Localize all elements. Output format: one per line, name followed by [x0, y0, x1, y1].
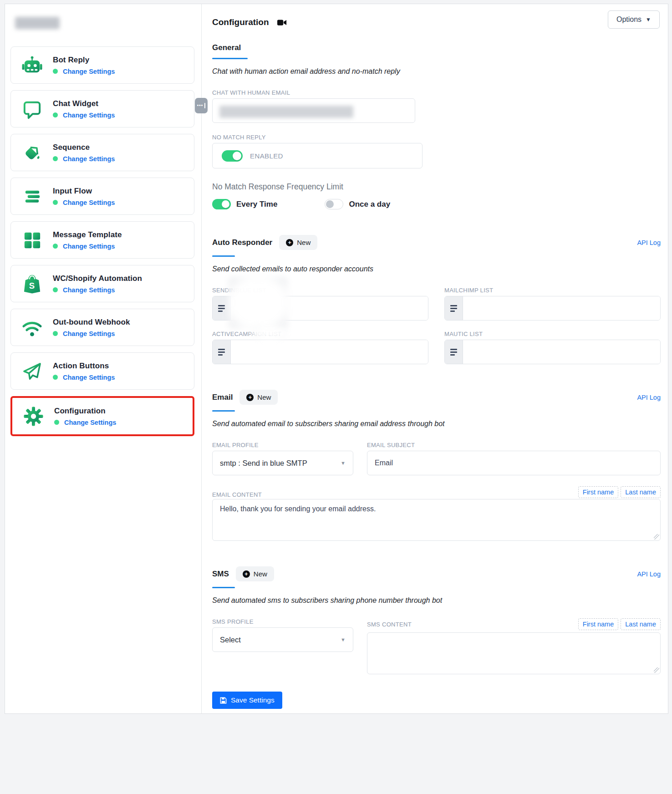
video-camera-icon[interactable] — [277, 19, 287, 26]
email-new-button[interactable]: + New — [239, 390, 278, 405]
app-window: Bot Reply Change Settings Chat Widget Ch… — [5, 4, 668, 714]
frequency-limit-title: No Match Response Frequency Limit — [212, 182, 661, 192]
general-description: Chat with human action email address and… — [212, 67, 661, 76]
once-a-day-toggle[interactable] — [325, 199, 343, 209]
sidebar-item-sequence[interactable]: Sequence Change Settings — [10, 134, 194, 171]
sidebar-item-wc-shopify-automation[interactable]: S WC/Shopify Automation Change Settings — [10, 265, 194, 302]
last-name-merge-tag[interactable]: Last name — [621, 618, 661, 630]
no-match-reply-toggle[interactable] — [222, 150, 243, 162]
activecampaign-list-field: ACTIVECAMPAIGN LIST — [212, 331, 428, 364]
sidebar-item-configuration[interactable]: Configuration Change Settings — [10, 396, 194, 436]
sms-content-textarea[interactable] — [367, 632, 661, 674]
first-name-merge-tag[interactable]: First name — [578, 486, 619, 498]
auto-responder-new-button[interactable]: + New — [279, 235, 317, 250]
email-content-textarea[interactable]: Hello, thank you for sending your email … — [212, 499, 661, 541]
sidebar-item-message-template[interactable]: Message Template Change Settings — [10, 221, 194, 259]
email-profile-select[interactable]: smtp : Send in blue SMTP ▼ — [212, 451, 353, 475]
enabled-label: ENABLED — [250, 152, 283, 160]
once-a-day-label: Once a day — [349, 200, 390, 209]
sendinblue-list-label: SENDINBLUE LIST — [212, 287, 428, 294]
new-button-label: New — [257, 393, 271, 401]
change-settings-link[interactable]: Change Settings — [63, 330, 115, 337]
sms-profile-select[interactable]: Select ▼ — [212, 627, 353, 652]
chat-with-human-email-label: CHAT WITH HUMAN EMAIL — [212, 89, 415, 96]
new-button-label: New — [297, 239, 311, 246]
sidebar-collapse-handle[interactable]: ••• — [195, 98, 208, 113]
change-settings-link[interactable]: Change Settings — [64, 419, 116, 426]
change-settings-link[interactable]: Change Settings — [63, 286, 115, 294]
section-underline — [212, 587, 235, 588]
mautic-list-label: MAUTIC LIST — [444, 331, 661, 337]
redacted-logo — [15, 17, 60, 29]
auto-responder-description: Send collected emails to auto responder … — [212, 265, 661, 273]
status-dot — [53, 331, 58, 336]
sendinblue-list-field: SENDINBLUE LIST — [212, 287, 428, 321]
paper-plane-icon — [21, 360, 43, 382]
change-settings-link[interactable]: Change Settings — [63, 243, 115, 250]
every-time-toggle[interactable] — [212, 199, 231, 209]
email-subject-input[interactable] — [367, 451, 661, 475]
email-api-log-link[interactable]: API Log — [637, 394, 661, 401]
section-auto-responder: Auto Responder + New API Log Send collec… — [212, 235, 661, 364]
redacted-email-value — [219, 106, 353, 118]
list-icon — [213, 296, 231, 320]
mautic-list-field: MAUTIC LIST — [444, 331, 661, 364]
every-time-label: Every Time — [236, 200, 277, 209]
sidebar-nav: Bot Reply Change Settings Chat Widget Ch… — [10, 46, 201, 436]
resize-grip-icon[interactable] — [654, 534, 659, 540]
select-caret-icon: ▼ — [341, 637, 346, 642]
no-match-reply-box: ENABLED — [212, 143, 423, 168]
mailchimp-list-input[interactable] — [463, 296, 660, 320]
sidebar-item-out-bound-webhook[interactable]: Out-bound Webhook Change Settings — [10, 309, 194, 346]
sidebar-item-label: Configuration — [54, 407, 116, 416]
activecampaign-list-input[interactable] — [231, 340, 428, 364]
sidebar-item-label: Sequence — [53, 143, 115, 152]
change-settings-link[interactable]: Change Settings — [63, 68, 115, 75]
mailchimp-list-field: MAILCHIMP LIST — [444, 287, 661, 321]
section-underline — [212, 255, 235, 257]
new-button-label: New — [254, 570, 267, 578]
sidebar-item-bot-reply[interactable]: Bot Reply Change Settings — [10, 46, 194, 84]
change-settings-link[interactable]: Change Settings — [63, 112, 115, 119]
email-title: Email — [212, 393, 233, 402]
sidebar-item-chat-widget[interactable]: Chat Widget Change Settings — [10, 90, 194, 127]
mautic-list-input[interactable] — [463, 340, 660, 364]
auto-responder-api-log-link[interactable]: API Log — [637, 239, 661, 246]
activecampaign-list-label: ACTIVECAMPAIGN LIST — [212, 331, 428, 337]
change-settings-link[interactable]: Change Settings — [63, 155, 115, 163]
email-subject-field: EMAIL SUBJECT — [367, 442, 661, 475]
sms-profile-field: SMS PROFILE Select ▼ — [212, 618, 353, 652]
list-icon — [445, 340, 463, 364]
sms-new-button[interactable]: + New — [236, 566, 274, 581]
active-tab-underline — [212, 58, 248, 59]
change-settings-link[interactable]: Change Settings — [63, 374, 115, 381]
section-underline — [212, 410, 235, 412]
sms-profile-label: SMS PROFILE — [212, 618, 353, 625]
chat-bubble-icon — [21, 98, 43, 120]
grid-icon — [21, 229, 43, 251]
last-name-merge-tag[interactable]: Last name — [621, 486, 661, 498]
status-dot — [53, 69, 58, 74]
save-settings-button[interactable]: Save Settings — [212, 692, 282, 709]
list-icon — [445, 296, 463, 320]
status-dot — [53, 244, 58, 249]
sendinblue-list-input[interactable] — [231, 296, 428, 320]
paint-bucket-icon — [21, 142, 43, 163]
plus-circle-icon: + — [286, 239, 293, 246]
sidebar-item-action-buttons[interactable]: Action Buttons Change Settings — [10, 352, 194, 390]
options-button[interactable]: Options ▼ — [608, 10, 660, 29]
sidebar-item-label: Message Template — [53, 230, 122, 239]
chevron-down-icon: ▼ — [646, 16, 651, 23]
plus-circle-icon: + — [243, 570, 250, 578]
page-title: Configuration — [212, 17, 269, 27]
sms-api-log-link[interactable]: API Log — [637, 570, 661, 578]
sms-content-label: SMS CONTENT — [367, 621, 412, 628]
sidebar-item-input-flow[interactable]: Input Flow Change Settings — [10, 178, 194, 215]
wifi-icon — [21, 316, 43, 338]
resize-grip-icon[interactable] — [654, 667, 659, 673]
change-settings-link[interactable]: Change Settings — [63, 199, 115, 206]
sms-profile-value: Select — [220, 636, 241, 644]
status-dot — [53, 287, 58, 292]
main-panel: ••• Configuration Options ▼ General Chat… — [202, 4, 668, 713]
first-name-merge-tag[interactable]: First name — [578, 618, 619, 630]
